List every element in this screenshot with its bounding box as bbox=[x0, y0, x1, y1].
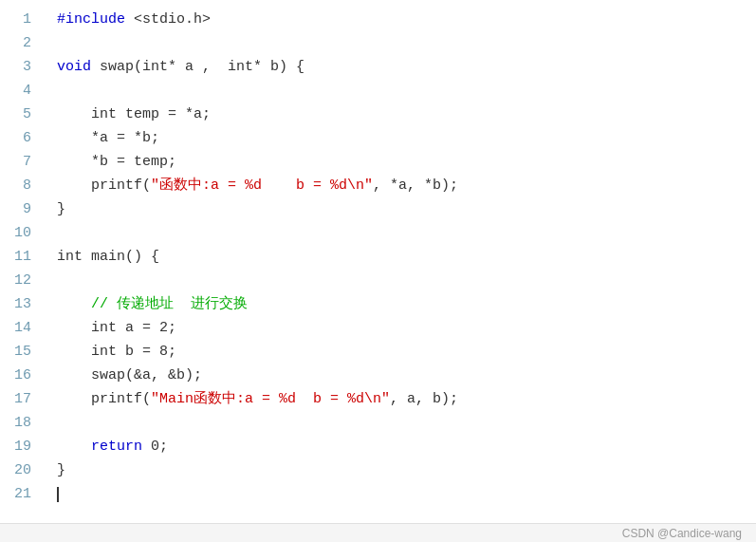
text-cursor bbox=[57, 487, 59, 502]
line-number: 1 bbox=[9, 8, 43, 31]
line-number: 13 bbox=[9, 292, 43, 316]
code-line-18 bbox=[57, 411, 756, 435]
code-line-16: swap(&a, &b); bbox=[57, 364, 756, 387]
line-numbers: 1 2 3 4 5 6 7 8 9 10 11 12 13 14 15 16 1… bbox=[0, 8, 52, 523]
line-number: 18 bbox=[9, 411, 43, 435]
code-line-19: return 0; bbox=[57, 435, 756, 458]
code-line-5: int temp = *a; bbox=[57, 103, 756, 126]
code-line-21 bbox=[57, 482, 756, 506]
line-number: 6 bbox=[9, 126, 43, 150]
line-number: 9 bbox=[9, 197, 43, 221]
code-line-12 bbox=[57, 269, 756, 292]
line-number: 20 bbox=[9, 458, 43, 482]
code-line-9: } bbox=[57, 197, 756, 221]
line-number: 7 bbox=[9, 150, 43, 174]
line-number: 8 bbox=[9, 174, 43, 197]
line-number: 4 bbox=[9, 79, 43, 103]
footer: CSDN @Candice-wang bbox=[0, 523, 756, 542]
code-line-13: // 传递地址 进行交换 bbox=[57, 292, 756, 316]
line-number: 16 bbox=[9, 364, 43, 387]
line-number: 21 bbox=[9, 482, 43, 506]
line-number: 17 bbox=[9, 387, 43, 411]
code-line-3: void swap(int* a , int* b) { bbox=[57, 55, 756, 79]
code-line-10 bbox=[57, 221, 756, 245]
code-line-15: int b = 8; bbox=[57, 340, 756, 364]
footer-credit: CSDN @Candice-wang bbox=[622, 527, 742, 540]
line-number: 5 bbox=[9, 103, 43, 126]
code-line-14: int a = 2; bbox=[57, 316, 756, 340]
code-container: 1 2 3 4 5 6 7 8 9 10 11 12 13 14 15 16 1… bbox=[0, 0, 756, 523]
line-number: 3 bbox=[9, 55, 43, 79]
line-number: 10 bbox=[9, 221, 43, 245]
code-line-7: *b = temp; bbox=[57, 150, 756, 174]
code-line-4 bbox=[57, 79, 756, 103]
code-line-8: printf("函数中:a = %d b = %d\n", *a, *b); bbox=[57, 174, 756, 197]
code-line-1: #include <stdio.h> bbox=[57, 8, 756, 31]
code-line-2 bbox=[57, 31, 756, 55]
code-line-6: *a = *b; bbox=[57, 126, 756, 150]
code-area[interactable]: #include <stdio.h> void swap(int* a , in… bbox=[52, 8, 756, 523]
line-number: 11 bbox=[9, 245, 43, 269]
line-number: 14 bbox=[9, 316, 43, 340]
code-line-17: printf("Main函数中:a = %d b = %d\n", a, b); bbox=[57, 387, 756, 411]
code-line-11: int main() { bbox=[57, 245, 756, 269]
line-number: 15 bbox=[9, 340, 43, 364]
line-number: 2 bbox=[9, 31, 43, 55]
line-number: 12 bbox=[9, 269, 43, 292]
line-number: 19 bbox=[9, 435, 43, 458]
code-line-20: } bbox=[57, 458, 756, 482]
